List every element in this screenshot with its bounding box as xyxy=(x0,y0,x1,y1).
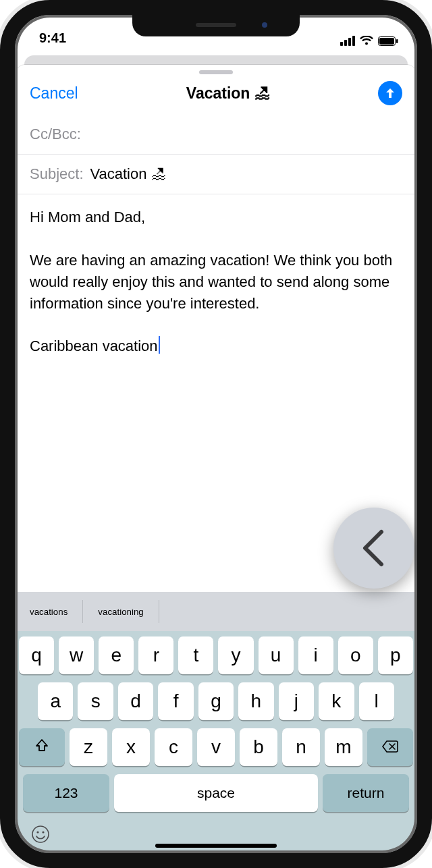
subject-label: Subject: xyxy=(30,165,84,183)
svg-point-4 xyxy=(36,831,38,833)
email-body-text: Hi Mom and Dad, We are having an amazing… xyxy=(30,209,396,354)
key-y[interactable]: y xyxy=(218,636,253,674)
chevron-left-icon xyxy=(358,528,389,568)
cancel-button[interactable]: Cancel xyxy=(30,84,78,103)
key-s[interactable]: s xyxy=(78,682,113,720)
arrow-up-icon xyxy=(383,86,397,100)
key-g[interactable]: g xyxy=(198,682,234,720)
subject-row[interactable]: Subject: Vacation 🏖 xyxy=(15,155,417,194)
key-p[interactable]: p xyxy=(378,636,413,674)
cellular-icon xyxy=(340,36,355,46)
key-k[interactable]: k xyxy=(319,682,354,720)
key-t[interactable]: t xyxy=(178,636,213,674)
iphone-screen: 9:41 Cancel Vacation 🏖 Cc/ xyxy=(15,15,417,853)
compose-sheet: Cancel Vacation 🏖 Cc/Bcc: Subject: Vacat… xyxy=(15,65,417,853)
shift-icon xyxy=(34,736,49,758)
send-button[interactable] xyxy=(378,81,402,105)
compose-nav-bar: Cancel Vacation 🏖 xyxy=(15,77,417,115)
svg-rect-2 xyxy=(396,39,398,43)
sheet-grab-handle[interactable] xyxy=(199,70,233,74)
key-f[interactable]: f xyxy=(158,682,193,720)
key-q[interactable]: q xyxy=(19,636,54,674)
status-time: 9:41 xyxy=(39,30,66,46)
key-d[interactable]: d xyxy=(118,682,153,720)
key-w[interactable]: w xyxy=(59,636,94,674)
text-caret xyxy=(159,336,160,354)
key-j[interactable]: j xyxy=(279,682,314,720)
smile-icon xyxy=(30,824,51,846)
device-notch xyxy=(132,13,300,36)
predictive-suggestion-2[interactable]: vacationing xyxy=(83,600,159,623)
key-v[interactable]: v xyxy=(197,728,235,766)
home-indicator[interactable] xyxy=(155,844,277,848)
return-key[interactable]: return xyxy=(323,774,409,812)
key-u[interactable]: u xyxy=(259,636,294,674)
emoji-key[interactable] xyxy=(28,823,53,848)
backspace-icon xyxy=(381,736,399,758)
key-row-4: 123 space return xyxy=(19,774,413,812)
compose-title: Vacation 🏖 xyxy=(78,84,378,103)
key-row-2: a s d f g h j k l xyxy=(19,682,413,720)
key-m[interactable]: m xyxy=(325,728,362,766)
shift-key[interactable] xyxy=(19,728,65,766)
key-c[interactable]: c xyxy=(155,728,192,766)
key-b[interactable]: b xyxy=(240,728,277,766)
key-z[interactable]: z xyxy=(70,728,107,766)
backspace-key[interactable] xyxy=(367,728,413,766)
subject-value: Vacation 🏖 xyxy=(90,165,166,183)
software-keyboard: vacations vacationing q w e r t y u i o … xyxy=(15,592,417,853)
ccbcc-label: Cc/Bcc: xyxy=(30,126,81,143)
key-i[interactable]: i xyxy=(298,636,333,674)
space-key[interactable]: space xyxy=(114,774,318,812)
key-r[interactable]: r xyxy=(138,636,173,674)
predictive-suggestion-1[interactable]: vacations xyxy=(15,600,83,623)
key-o[interactable]: o xyxy=(338,636,373,674)
key-e[interactable]: e xyxy=(99,636,134,674)
key-x[interactable]: x xyxy=(112,728,150,766)
status-icons xyxy=(340,36,398,46)
key-n[interactable]: n xyxy=(282,728,320,766)
key-row-1: q w e r t y u i o p xyxy=(19,636,413,674)
svg-rect-1 xyxy=(379,38,394,45)
svg-point-3 xyxy=(32,826,49,842)
wifi-icon xyxy=(360,36,373,46)
battery-icon xyxy=(378,36,398,46)
numbers-key[interactable]: 123 xyxy=(23,774,109,812)
key-row-3: z x c v b n m xyxy=(19,728,413,766)
ccbcc-row[interactable]: Cc/Bcc: xyxy=(15,115,417,155)
key-h[interactable]: h xyxy=(238,682,273,720)
predictive-bar: vacations vacationing xyxy=(15,592,417,631)
key-a[interactable]: a xyxy=(38,682,73,720)
key-l[interactable]: l xyxy=(359,682,394,720)
assistive-touch-button[interactable] xyxy=(333,508,414,589)
svg-point-5 xyxy=(42,831,44,833)
